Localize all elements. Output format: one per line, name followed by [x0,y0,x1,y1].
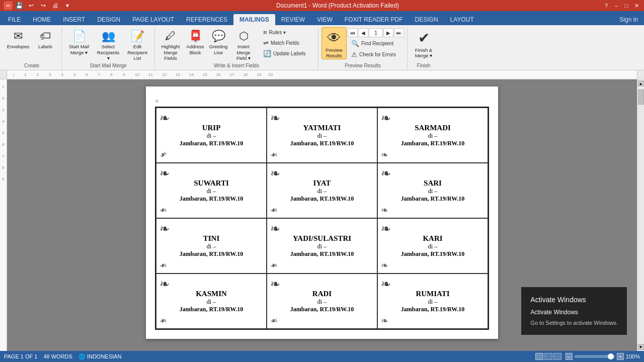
save-btn[interactable]: 💾 [14,1,24,11]
check-errors-icon: ⚠ [351,51,357,58]
address-block-icon: 📮 [189,30,202,43]
ribbon: ✉ Envelopes 🏷 Labels Create 📄 Start Mail… [0,25,644,70]
tab-layout[interactable]: LAYOUT [444,14,480,25]
scroll-up-btn[interactable]: ▲ [638,80,644,86]
status-right: – + 100% [535,353,640,360]
doc-area: ⊕ ❧ ❧ URIP di – Jambaran, RT.19/RW.10 ❧ … [7,79,637,351]
floral-icon-11: ❧ [381,277,391,291]
minimize-btn[interactable]: – [613,2,620,9]
activation-title2: Activate Windows [530,307,618,317]
label-content-7: YADI/SULASTRI di – Jambaran, RT.19/RW.10 [290,234,354,258]
tab-design2[interactable]: DESIGN [409,14,444,25]
redo-btn[interactable]: ↪ [38,1,48,11]
update-labels-btn[interactable]: 🔄 Update Labels [260,48,315,58]
finish-merge-icon: ✔ [418,30,430,46]
undo-btn[interactable]: ↩ [26,1,36,11]
tab-mailings[interactable]: MAILINGS [233,14,275,25]
preview-results-btn[interactable]: 👁 PreviewResults [321,27,347,59]
read-mode-btn[interactable] [544,353,552,360]
tab-design[interactable]: DESIGN [91,14,126,25]
v-scrollbar[interactable]: ▲ ▼ [637,79,644,351]
record-number-input[interactable] [369,28,383,37]
rules-btn[interactable]: ≡ Rules ▾ [260,27,315,37]
match-fields-btn[interactable]: ⇌ Match Fields [260,38,315,48]
v-ruler: 123456789 [0,79,7,351]
insert-merge-field-btn[interactable]: ⬡ Insert MergeField ▾ [230,27,257,59]
label-address-7: Jambaran, RT.19/RW.10 [290,250,354,258]
title-bar: W 💾 ↩ ↪ 🖨 ▾ Document1 - Word (Product Ac… [0,0,644,11]
tab-home[interactable]: HOME [27,14,57,25]
label-card-6: ❧ ❧ TINI di – Jambaran, RT.19/RW.10 [156,218,267,274]
zoom-slider[interactable] [575,355,615,358]
label-card-1: ❧ ❧ YATMIATI di – Jambaran, RT.19/RW.10 [267,108,377,163]
ruler-area: | 1 2 3 4 5 6 7 8 9 10 11 12 13 14 15 16… [0,70,644,79]
floral-bottom-5: ❧ [381,205,388,216]
preview-results-icon: 👁 [327,30,341,46]
prev-record-btn[interactable]: ◀ [358,28,368,37]
language-icon: 🌐 [78,353,86,360]
scroll-thumb[interactable] [638,89,644,105]
highlight-merge-fields-btn[interactable]: 🖊 HighlightMerge Fields [158,27,183,59]
tab-page-layout[interactable]: PAGE LAYOUT [126,14,180,25]
last-record-btn[interactable]: ⏭ [394,28,404,37]
print-layout-btn[interactable] [535,353,543,360]
next-record-btn[interactable]: ▶ [383,28,393,37]
check-errors-label: Check for Errors [359,52,396,57]
tab-foxit[interactable]: FOXIT READER PDF [339,14,409,25]
labels-label: Labels [38,44,52,49]
close-btn[interactable]: ✕ [633,2,640,9]
first-record-btn[interactable]: ⏮ [348,28,358,37]
preview-nav-row: ⏮ ◀ ▶ ⏭ [348,28,404,37]
start-mail-merge-items: 📄 Start MailMerge ▾ 👥 SelectRecipients ▾… [65,27,151,62]
label-grid: ❧ ❧ URIP di – Jambaran, RT.19/RW.10 ❧ ❧ … [155,107,489,330]
label-name-11: RUMIATI [401,290,465,298]
customize-btn[interactable]: ▾ [62,1,72,11]
label-di-0: di – [180,132,244,140]
title-bar-controls: ? – □ ✕ [603,2,640,9]
select-recipients-label: SelectRecipients ▾ [97,44,119,61]
floral-bottom-11: ❧ [381,315,388,326]
label-di-1: di – [290,132,354,140]
scroll-down-btn[interactable]: ▼ [638,344,644,350]
tab-insert[interactable]: INSERT [57,14,91,25]
start-mail-merge-btn[interactable]: 📄 Start MailMerge ▾ [65,27,93,59]
preview-results-label: PreviewResults [326,47,343,59]
label-di-6: di – [180,243,244,250]
scroll-track[interactable] [638,87,644,343]
sign-in-btn[interactable]: Sign in [613,14,644,25]
zoom-level: 100% [626,353,640,359]
status-language: 🌐 INDONESIAN [78,353,121,360]
label-name-1: YATMIATI [290,124,354,132]
zoom-out-btn[interactable]: – [566,353,573,360]
address-block-btn[interactable]: 📮 AddressBlock [184,27,206,59]
envelopes-btn[interactable]: ✉ Envelopes [5,27,31,59]
label-card-7: ❧ ❧ YADI/SULASTRI di – Jambaran, RT.19/R… [267,218,377,274]
edit-recipient-list-btn[interactable]: 📝 EditRecipient List [123,27,151,59]
label-address-11: Jambaran, RT.19/RW.10 [401,306,465,313]
zoom-in-btn[interactable]: + [617,353,624,360]
find-recipient-icon: 🔍 [351,40,359,47]
finish-merge-label: Finish &Merge ▾ [415,47,433,59]
activation-title: Activate Windows [530,294,618,306]
window-title: Document1 - Word (Product Activation Fai… [72,2,603,9]
print-btn[interactable]: 🖨 [50,1,60,11]
tab-file[interactable]: FILE [2,14,27,25]
check-for-errors-btn[interactable]: ⚠ Check for Errors [348,49,404,59]
tab-view[interactable]: VIEW [311,14,339,25]
web-layout-btn[interactable] [553,353,561,360]
tab-review[interactable]: REVIEW [275,14,311,25]
labels-btn[interactable]: 🏷 Labels [32,27,58,59]
finish-merge-btn[interactable]: ✔ Finish &Merge ▾ [411,27,437,59]
start-mail-merge-icon: 📄 [72,30,86,43]
label-content-10: RADI di – Jambaran, RT.19/RW.10 [290,290,354,313]
tab-references[interactable]: REFERENCES [180,14,233,25]
floral-icon-0: ❧ [159,111,170,125]
help-btn[interactable]: ? [603,2,610,9]
maximize-btn[interactable]: □ [623,2,630,9]
label-di-7: di – [290,243,354,250]
select-recipients-btn[interactable]: 👥 SelectRecipients ▾ [94,27,122,59]
label-name-5: SARI [401,179,465,188]
greeting-line-label: GreetingLine [209,44,227,55]
find-recipient-btn[interactable]: 🔍 Find Recipient [348,38,404,48]
greeting-line-btn[interactable]: 💬 GreetingLine [207,27,229,59]
